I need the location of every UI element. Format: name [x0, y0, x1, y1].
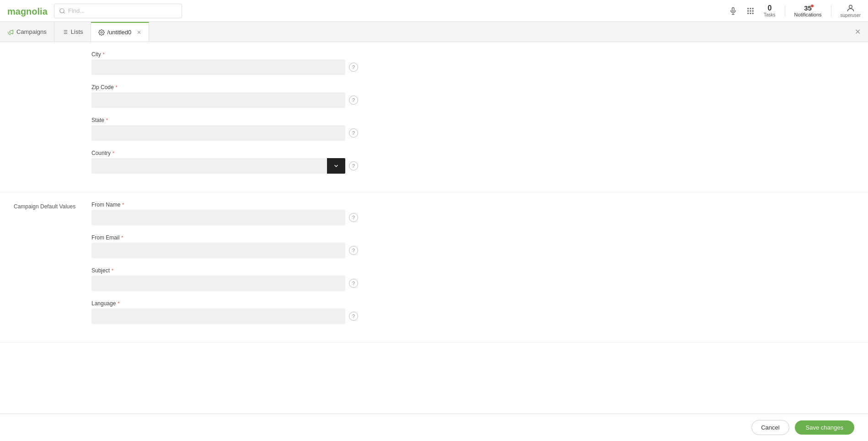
svg-rect-3	[732, 7, 734, 11]
svg-rect-8	[752, 8, 754, 9]
subject-help-icon[interactable]: ?	[349, 279, 358, 288]
svg-point-1	[60, 8, 64, 12]
campaign-defaults-section: Campaign Default Values From Name * ?	[0, 192, 868, 343]
svg-rect-10	[750, 10, 751, 11]
country-label: Country *	[91, 150, 854, 156]
user-icon	[846, 4, 855, 13]
from-name-label: From Name *	[91, 202, 854, 208]
svg-rect-13	[750, 12, 751, 14]
zipcode-input[interactable]	[91, 92, 345, 108]
language-input[interactable]	[91, 308, 345, 324]
country-dropdown-button[interactable]	[327, 158, 345, 174]
tab-campaigns[interactable]: Campaigns	[0, 22, 54, 42]
svg-rect-9	[747, 10, 749, 11]
country-field-row: ?	[91, 158, 854, 174]
tabbar: Campaigns Lists /untitled0 ✕ ✕	[0, 22, 868, 42]
tab-lists-label: Lists	[71, 28, 83, 35]
main-content: City * ? Zip Code *	[0, 42, 868, 414]
notifications-counter[interactable]: 35 Notifications	[794, 4, 822, 17]
city-help-icon[interactable]: ?	[349, 63, 358, 72]
apps-grid-icon[interactable]	[746, 7, 755, 15]
tab-close-button[interactable]: ✕	[137, 29, 141, 36]
state-label: State *	[91, 117, 854, 123]
save-changes-button[interactable]: Save changes	[795, 420, 854, 435]
country-select-wrapper	[91, 158, 345, 174]
svg-rect-12	[747, 12, 749, 14]
from-email-label: From Email *	[91, 234, 854, 241]
from-email-field-group: From Email * ?	[91, 234, 854, 258]
close-tab-button[interactable]: ✕	[847, 27, 868, 36]
svg-rect-6	[747, 8, 749, 9]
country-select[interactable]	[91, 158, 345, 174]
tasks-counter[interactable]: 0 Tasks	[764, 4, 776, 17]
zipcode-label: Zip Code *	[91, 84, 854, 90]
topbar: magnolia Find... 0 Tasks	[0, 0, 868, 22]
svg-text:magnolia: magnolia	[7, 6, 48, 16]
svg-line-2	[64, 12, 65, 13]
zipcode-required: *	[116, 85, 118, 90]
chevron-down-icon	[333, 163, 339, 169]
campaign-defaults-fields: From Name * ? From Email *	[91, 202, 854, 333]
address-fields: City * ? Zip Code *	[91, 51, 854, 183]
subject-label: Subject *	[91, 267, 854, 274]
topbar-right: 0 Tasks 35 Notifications superuser	[729, 4, 861, 18]
subject-required: *	[112, 268, 113, 273]
list-icon	[62, 29, 68, 35]
state-required: *	[106, 118, 108, 123]
from-email-field-row: ?	[91, 243, 854, 258]
gear-icon	[98, 29, 105, 36]
country-field-group: Country * ?	[91, 150, 854, 174]
language-help-icon[interactable]: ?	[349, 312, 358, 321]
language-label: Language *	[91, 300, 854, 307]
tab-untitled[interactable]: /untitled0 ✕	[91, 22, 150, 42]
logo: magnolia	[7, 5, 48, 16]
city-required: *	[103, 52, 105, 57]
cancel-button[interactable]: Cancel	[751, 420, 789, 435]
state-field-group: State * ?	[91, 117, 854, 141]
user-menu[interactable]: superuser	[841, 4, 861, 18]
language-required: *	[118, 301, 119, 306]
from-email-help-icon[interactable]: ?	[349, 246, 358, 255]
svg-rect-11	[752, 10, 754, 11]
tab-untitled-label: /untitled0	[107, 29, 132, 36]
svg-rect-7	[750, 8, 751, 9]
from-name-field-group: From Name * ?	[91, 202, 854, 225]
state-field-row: ?	[91, 125, 854, 141]
country-help-icon[interactable]: ?	[349, 161, 358, 170]
tab-campaigns-label: Campaigns	[16, 28, 47, 35]
address-section: City * ? Zip Code *	[0, 42, 868, 192]
search-placeholder: Find...	[68, 7, 85, 14]
from-email-required: *	[121, 235, 123, 240]
language-field-group: Language * ?	[91, 300, 854, 324]
city-field-group: City * ?	[91, 51, 854, 75]
from-name-field-row: ?	[91, 210, 854, 225]
city-input[interactable]	[91, 59, 345, 75]
country-required: *	[113, 151, 114, 156]
state-input[interactable]	[91, 125, 345, 141]
subject-field-row: ?	[91, 276, 854, 291]
campaign-defaults-section-label: Campaign Default Values	[14, 202, 91, 333]
city-field-row: ?	[91, 59, 854, 75]
address-section-label	[14, 51, 91, 183]
language-field-row: ?	[91, 308, 854, 324]
svg-point-22	[101, 32, 102, 33]
svg-rect-14	[752, 12, 754, 14]
from-email-input[interactable]	[91, 243, 345, 258]
zipcode-help-icon[interactable]: ?	[349, 96, 358, 105]
notification-dot	[811, 5, 814, 7]
search-bar[interactable]: Find...	[54, 4, 182, 18]
microphone-icon[interactable]	[729, 7, 737, 15]
form-area: City * ? Zip Code *	[0, 42, 868, 414]
from-name-required: *	[122, 202, 124, 207]
city-label: City *	[91, 51, 854, 58]
subject-input[interactable]	[91, 276, 345, 291]
svg-point-15	[849, 5, 852, 8]
zipcode-field-row: ?	[91, 92, 854, 108]
zipcode-field-group: Zip Code * ?	[91, 84, 854, 108]
megaphone-icon	[7, 29, 14, 35]
tab-lists[interactable]: Lists	[54, 22, 91, 42]
state-help-icon[interactable]: ?	[349, 128, 358, 138]
subject-field-group: Subject * ?	[91, 267, 854, 291]
from-name-input[interactable]	[91, 210, 345, 225]
from-name-help-icon[interactable]: ?	[349, 213, 358, 222]
